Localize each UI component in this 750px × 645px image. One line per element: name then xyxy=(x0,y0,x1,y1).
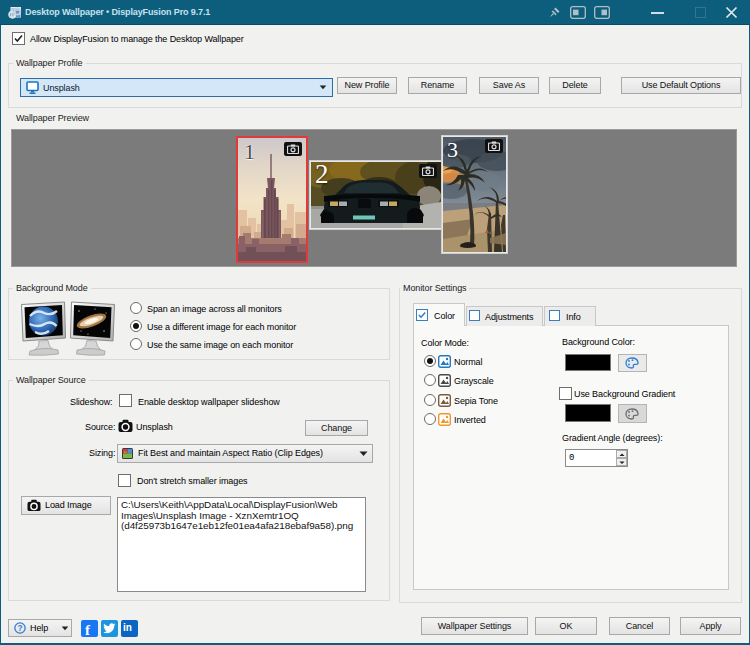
svg-text:?: ? xyxy=(18,623,23,633)
